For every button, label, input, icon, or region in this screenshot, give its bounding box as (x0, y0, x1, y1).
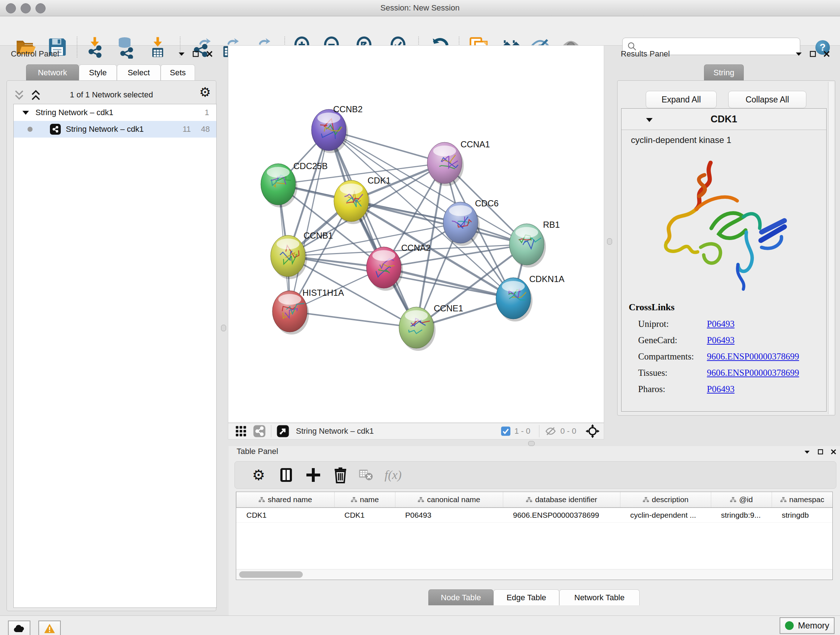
column-header-database-identifier[interactable]: database identifier (503, 492, 621, 507)
network-view-icon[interactable] (253, 424, 266, 438)
selected-node-edge-counts: 1 - 0 (515, 426, 531, 436)
table-cell[interactable]: P06493 (400, 508, 508, 523)
crosslink-link[interactable]: P06493 (707, 319, 734, 329)
cloud-status-button[interactable] (8, 621, 30, 635)
window-title: Session: New Session (0, 0, 840, 16)
network-edge-count: 48 (201, 125, 210, 134)
table-cell[interactable]: 9606.ENSP00000378699 (508, 508, 625, 523)
table-cell[interactable]: CDK1 (241, 508, 339, 523)
crosslink-link[interactable]: P06493 (707, 335, 734, 345)
tab-select[interactable]: Select (117, 65, 161, 80)
warnings-button[interactable] (38, 621, 61, 635)
close-panel-icon[interactable] (823, 51, 830, 57)
node-cdkn1a[interactable]: CDKN1A (496, 274, 564, 321)
network-row[interactable]: String Network – cdk1 11 48 (14, 121, 216, 138)
node-cdc6[interactable]: CDC6 (443, 198, 499, 246)
crosslink-row: GeneCard:P06493 (622, 335, 826, 345)
gear-icon[interactable]: ⚙ (199, 86, 211, 99)
float-panel-icon[interactable] (818, 449, 823, 455)
birds-eye-view-icon[interactable] (276, 424, 289, 438)
crosslink-link[interactable]: P06493 (707, 384, 734, 394)
column-header-description[interactable]: description (621, 492, 711, 507)
show-columns-icon[interactable] (278, 466, 295, 484)
column-header-shared-name[interactable]: shared name (237, 492, 335, 507)
network-collection-row[interactable]: String Network – cdk1 1 (14, 104, 216, 121)
close-panel-icon[interactable] (831, 449, 836, 455)
column-header-label: canonical name (427, 495, 480, 504)
column-header-@id[interactable]: @id (711, 492, 772, 507)
hidden-eye-slash-icon[interactable] (545, 426, 557, 437)
node-ccne1[interactable]: CCNE1 (399, 303, 463, 351)
table-cell[interactable]: cyclin-dependent ... (625, 508, 716, 523)
node-ccnb1[interactable]: CCNB1 (271, 231, 333, 279)
delete-table-icon[interactable] (358, 466, 375, 484)
memory-label: Memory (798, 621, 829, 631)
left-splitter-handle[interactable] (221, 325, 226, 331)
cloud-icon (13, 624, 25, 633)
delete-column-icon[interactable] (332, 466, 349, 484)
collection-label: String Network – cdk1 (35, 108, 205, 117)
panel-menu-icon[interactable] (795, 51, 802, 57)
horizontal-splitter-handle[interactable] (528, 441, 535, 446)
scrollbar-thumb[interactable] (239, 571, 303, 578)
tab-node-table[interactable]: Node Table (428, 589, 493, 605)
table-cell[interactable]: stringdb:9... (716, 508, 777, 523)
table-cell[interactable]: CDK1 (339, 508, 400, 523)
network-canvas[interactable]: CCNB2CCNA1CDC25BCDK1CDC6RB1CCNB1CCNA2CDK… (228, 45, 604, 423)
node-hist1h1a[interactable]: HIST1H1A (272, 288, 344, 334)
string-network-graph[interactable]: CCNB2CCNA1CDC25BCDK1CDC6RB1CCNB1CCNA2CDK… (228, 46, 604, 423)
column-header-name[interactable]: name (335, 492, 395, 507)
node-ccna1[interactable]: CCNA1 (427, 139, 490, 186)
tab-network[interactable]: Network (26, 65, 79, 80)
column-header-label: database identifier (535, 495, 597, 504)
column-header-label: namespac (789, 495, 824, 504)
column-header-canonical-name[interactable]: canonical name (395, 492, 503, 507)
tab-network-table[interactable]: Network Table (559, 589, 639, 605)
crosslink-link[interactable]: 9606.ENSP00000378699 (707, 352, 799, 362)
table-row[interactable]: CDK1CDK1P064939606.ENSP00000378699cyclin… (236, 508, 832, 523)
crosslink-row: Tissues:9606.ENSP00000378699 (622, 368, 826, 378)
column-header-label: name (360, 495, 379, 504)
edge-ccnb2-hist1h1a[interactable] (290, 130, 329, 311)
collapse-all-button[interactable]: Collapse All (728, 91, 806, 108)
edge-ccnb2-ccne1[interactable] (329, 130, 416, 328)
results-scrollbar[interactable] (828, 82, 834, 414)
column-header-namespac[interactable]: namespac (772, 492, 833, 507)
table-horizontal-scrollbar[interactable] (236, 569, 832, 580)
tab-sets[interactable]: Sets (161, 65, 195, 80)
crosslink-label: Pharos: (638, 384, 707, 394)
crosslink-label: Compartments: (638, 352, 707, 362)
selected-checkbox-icon[interactable] (501, 426, 511, 436)
memory-button[interactable]: Memory (780, 617, 835, 634)
expand-all-button[interactable]: Expand All (646, 91, 717, 108)
float-panel-icon[interactable] (193, 51, 199, 57)
node-label-cdc25b: CDC25B (294, 161, 328, 171)
hidden-node-edge-counts: 0 - 0 (561, 426, 576, 436)
right-splitter-handle[interactable] (607, 238, 612, 245)
gene-section-header[interactable]: CDK1 (622, 109, 826, 130)
tab-edge-table[interactable]: Edge Table (493, 589, 559, 605)
collapse-triangle-icon[interactable] (22, 109, 30, 116)
crosslink-row: Pharos:P06493 (622, 384, 826, 394)
tab-string[interactable]: String (704, 65, 744, 80)
table-cell[interactable]: stringdb (777, 508, 833, 523)
float-panel-icon[interactable] (810, 51, 816, 57)
crosslink-link[interactable]: 9606.ENSP00000378699 (707, 368, 799, 378)
node-label-cdkn1a: CDKN1A (529, 274, 564, 284)
crosslink-row: Compartments:9606.ENSP00000378699 (622, 352, 826, 362)
close-panel-icon[interactable] (206, 51, 213, 57)
node-rb1[interactable]: RB1 (509, 220, 560, 268)
tab-style[interactable]: Style (79, 65, 117, 80)
edge-ccna2-cdkn1a[interactable] (384, 268, 513, 298)
fit-selected-crosshair-icon[interactable] (585, 424, 600, 439)
node-ccnb2[interactable]: CCNB2 (311, 104, 363, 153)
grid-view-icon[interactable] (235, 425, 247, 437)
main-toolbar: ? (0, 16, 840, 46)
node-label-ccnb1: CCNB1 (303, 231, 333, 241)
panel-menu-icon[interactable] (804, 450, 810, 454)
panel-menu-icon[interactable] (178, 51, 185, 57)
node-label-cdk1: CDK1 (368, 176, 391, 185)
gear-icon[interactable]: ⚙ (250, 466, 267, 484)
create-column-icon[interactable] (305, 466, 322, 484)
node-label-cdc6: CDC6 (475, 198, 499, 208)
